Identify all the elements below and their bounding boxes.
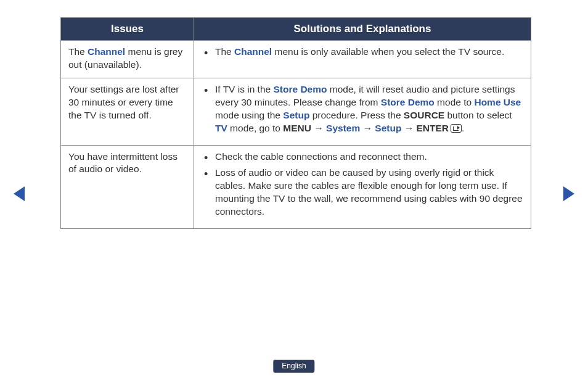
enter-icon (451, 124, 462, 133)
channel-term: Channel (234, 46, 272, 57)
manual-page: Issues Solutions and Explanations The Ch… (0, 0, 588, 385)
issue-cell: You have intermittent loss of audio or v… (61, 145, 194, 229)
list-item: Check the cable connections and reconnec… (202, 151, 525, 164)
table-row: You have intermittent loss of audio or v… (61, 145, 531, 229)
issue-cell: The Channel menu is grey out (unavailabl… (61, 41, 194, 78)
issue-cell: Your settings are lost after 30 minutes … (61, 78, 194, 145)
header-solutions: Solutions and Explanations (194, 18, 531, 41)
table-row: The Channel menu is grey out (unavailabl… (61, 41, 531, 78)
solution-cell: Check the cable connections and reconnec… (194, 145, 531, 229)
prev-page-arrow-icon[interactable] (14, 186, 25, 201)
list-item: Loss of audio or video can be caused by … (202, 167, 525, 218)
list-item: The Channel menu is only available when … (202, 46, 525, 59)
next-page-arrow-icon[interactable] (563, 186, 574, 201)
troubleshooting-table: Issues Solutions and Explanations The Ch… (60, 17, 531, 229)
table-row: Your settings are lost after 30 minutes … (61, 78, 531, 145)
solution-cell: If TV is in the Store Demo mode, it will… (194, 78, 531, 145)
language-badge: English (273, 360, 314, 373)
channel-term: Channel (88, 46, 125, 57)
header-issues: Issues (61, 18, 194, 41)
solution-cell: The Channel menu is only available when … (194, 41, 531, 78)
list-item: If TV is in the Store Demo mode, it will… (202, 83, 525, 135)
